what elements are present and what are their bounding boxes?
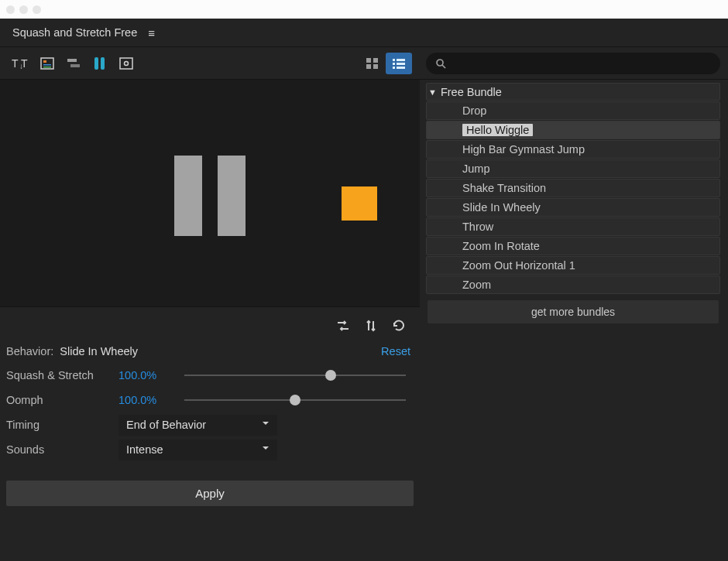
shuffle-button[interactable] [333,316,353,336]
apply-button[interactable]: Apply [6,481,414,506]
behavior-row: Behavior: Slide In Wheely Reset [6,340,414,363]
svg-line-24 [442,65,445,68]
svg-rect-8 [70,64,80,67]
disclosure-triangle-icon: ▼ [428,87,437,97]
tree-item[interactable]: Shake Transition [426,179,720,197]
oomph-value[interactable]: 100.0% [118,394,184,406]
preview-area [0,80,420,307]
tree-item-label: Throw [462,221,493,233]
sounds-select-value: Intense [126,443,163,456]
text-tool-button[interactable]: T ↓ T [8,53,34,74]
oomph-slider-track[interactable] [184,399,406,401]
refresh-icon [390,318,407,334]
preview-shape-square [342,186,377,221]
svg-rect-14 [373,58,378,63]
tree-item-label: Jump [462,162,489,175]
app-root: Squash and Stretch Free ≡ T ↓ T [0,19,728,561]
tree-item[interactable]: Hello Wiggle [426,121,720,139]
text-tool-icon: T ↓ T [12,56,30,71]
traffic-light-max[interactable] [33,5,41,14]
shuffle-icon [335,318,352,334]
svg-point-12 [125,61,129,65]
list-view-icon [390,56,407,71]
svg-rect-6 [43,67,51,68]
timing-row: Timing End of Behavior [6,412,414,437]
layer-tool-icon [39,56,56,71]
reset-link[interactable]: Reset [381,345,414,357]
tree-item[interactable]: Slide In Wheely [426,198,720,217]
tree-item[interactable]: Jump [426,159,720,178]
columns-tool-icon [91,56,108,71]
grid-view-icon [364,56,381,71]
svg-rect-20 [397,63,405,65]
refresh-button[interactable] [389,316,409,336]
tree-item[interactable]: Throw [426,217,720,236]
behavior-value: Slide In Wheely [60,345,138,357]
main-row: T ↓ T [0,47,728,561]
bounds-tool-icon [118,56,135,71]
svg-rect-13 [366,58,371,63]
preview-shape-bar-2 [218,156,246,236]
oomph-slider-row: Oomph 100.0% [6,388,414,412]
svg-point-23 [437,60,443,66]
squash-value[interactable]: 100.0% [118,369,184,381]
svg-text:T: T [12,57,19,70]
search-row [420,47,728,80]
tree-item[interactable]: Zoom Out Horizontal 1 [426,256,720,275]
tree-item-label: High Bar Gymnast Jump [462,143,585,156]
toolbar: T ↓ T [0,47,420,80]
list-view-button[interactable] [386,53,412,74]
grid-view-button[interactable] [359,53,386,74]
tree-item[interactable]: High Bar Gymnast Jump [426,140,720,159]
get-more-bundles-label: get more bundles [531,306,615,318]
columns-tool-button[interactable] [87,53,113,74]
get-more-bundles-button[interactable]: get more bundles [428,300,719,323]
bundle-header[interactable]: ▼ Free Bundle [426,83,720,101]
svg-rect-11 [120,58,132,69]
oomph-label: Oomph [6,394,118,406]
svg-rect-10 [101,57,105,70]
bounds-tool-button[interactable] [113,53,139,74]
align-tool-icon [65,56,82,71]
search-box[interactable] [426,53,720,74]
swap-button[interactable] [361,316,381,336]
behavior-label: Behavior: [6,345,53,357]
panel-menu-icon[interactable]: ≡ [148,27,155,39]
tree-item[interactable]: Zoom In Rotate [426,237,720,255]
squash-slider-thumb[interactable] [325,370,336,381]
layer-tool-button[interactable] [34,53,60,74]
search-icon [435,58,446,69]
search-input[interactable] [446,57,711,69]
tree-item-label: Drop [462,104,486,117]
svg-text:T: T [21,57,28,70]
squash-label: Squash & Stretch [6,369,118,381]
align-tool-button[interactable] [60,53,87,74]
svg-rect-4 [43,60,46,63]
oomph-slider-thumb[interactable] [290,395,300,405]
preview-shape-bar-1 [174,156,202,236]
tree-item-label: Hello Wiggle [462,124,533,136]
right-column: ▼ Free Bundle DropHello WiggleHigh Bar G… [420,47,728,561]
tree-item-label: Shake Transition [462,182,546,194]
panel-header: Squash and Stretch Free ≡ [0,19,728,47]
controls-panel: Behavior: Slide In Wheely Reset Squash &… [0,307,420,561]
svg-rect-5 [43,64,51,66]
bundle-tree: ▼ Free Bundle DropHello WiggleHigh Bar G… [420,80,728,330]
traffic-light-min[interactable] [19,5,28,14]
tree-item-label: Zoom [462,279,491,291]
tree-item[interactable]: Zoom [426,275,720,294]
traffic-light-close[interactable] [6,5,15,14]
squash-slider-row: Squash & Stretch 100.0% [6,363,414,388]
control-icon-row [6,307,414,340]
sounds-select[interactable]: Intense [118,440,277,460]
timing-select[interactable]: End of Behavior [118,415,277,436]
svg-rect-7 [67,59,77,62]
timing-select-value: End of Behavior [126,419,206,431]
squash-slider-track[interactable] [184,375,406,376]
svg-rect-17 [393,59,395,61]
window-titlebar [0,0,728,19]
bundle-name: Free Bundle [441,86,502,98]
chevron-down-icon [262,419,270,427]
swap-icon [362,318,379,334]
tree-item[interactable]: Drop [426,101,720,120]
